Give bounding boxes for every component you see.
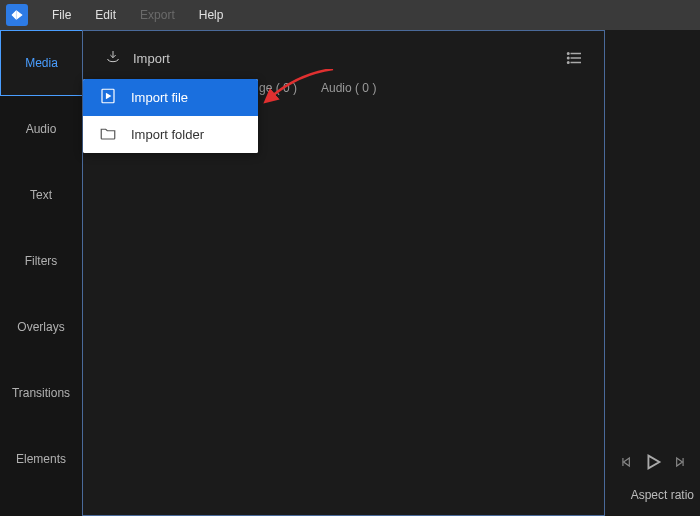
- import-icon: [105, 49, 121, 68]
- sidebar-item-audio[interactable]: Audio: [0, 96, 82, 162]
- svg-point-5: [568, 62, 570, 64]
- menu-export[interactable]: Export: [130, 4, 185, 26]
- svg-marker-10: [648, 456, 659, 469]
- sidebar-item-overlays[interactable]: Overlays: [0, 294, 82, 360]
- prev-frame-icon[interactable]: [620, 455, 634, 472]
- import-dropdown: Import file Import folder: [83, 79, 258, 153]
- panel-toolbar: Import: [83, 31, 604, 73]
- next-frame-icon[interactable]: [672, 455, 686, 472]
- svg-point-4: [568, 57, 570, 59]
- dropdown-import-file-label: Import file: [131, 90, 188, 105]
- menu-file[interactable]: File: [42, 4, 81, 26]
- sidebar-item-filters[interactable]: Filters: [0, 228, 82, 294]
- menu-edit[interactable]: Edit: [85, 4, 126, 26]
- dropdown-import-file[interactable]: Import file: [83, 79, 258, 116]
- preview-pane: Aspect ratio: [605, 30, 700, 516]
- dropdown-import-folder-label: Import folder: [131, 127, 204, 142]
- sidebar-item-media[interactable]: Media: [0, 30, 82, 96]
- content-area: Media Audio Text Filters Overlays Transi…: [0, 30, 700, 516]
- sidebar-item-transitions[interactable]: Transitions: [0, 360, 82, 426]
- menubar: File Edit Export Help: [0, 0, 700, 30]
- folder-icon: [99, 124, 117, 145]
- play-controls: [605, 451, 700, 476]
- import-button[interactable]: Import: [97, 45, 178, 72]
- play-icon[interactable]: [642, 451, 664, 476]
- svg-marker-7: [107, 94, 111, 99]
- aspect-ratio-label[interactable]: Aspect ratio: [605, 488, 694, 502]
- svg-point-3: [568, 53, 570, 55]
- sidebar: Media Audio Text Filters Overlays Transi…: [0, 30, 82, 516]
- svg-marker-11: [676, 458, 682, 466]
- menu-help[interactable]: Help: [189, 4, 234, 26]
- category-audio[interactable]: Audio ( 0 ): [321, 81, 376, 95]
- dropdown-import-folder[interactable]: Import folder: [83, 116, 258, 153]
- sidebar-item-elements[interactable]: Elements: [0, 426, 82, 492]
- media-panel: Import ge ( 0 ) Audio ( 0 ): [82, 30, 605, 516]
- app-logo: [6, 4, 28, 26]
- category-image[interactable]: ge ( 0 ): [259, 81, 297, 95]
- sidebar-item-text[interactable]: Text: [0, 162, 82, 228]
- import-label: Import: [133, 51, 170, 66]
- svg-marker-8: [623, 458, 629, 466]
- list-view-icon[interactable]: [566, 49, 584, 67]
- file-icon: [99, 87, 117, 108]
